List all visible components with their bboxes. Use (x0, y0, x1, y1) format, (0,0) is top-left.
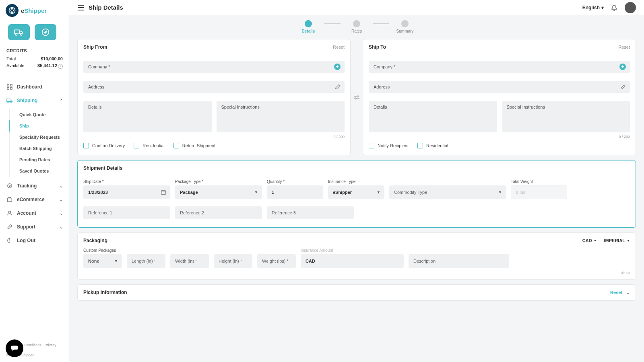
page-title: Ship Details (89, 4, 123, 11)
packaging-card: Packaging CAD ▼ IMPERIAL ▼ Custom Packag… (77, 232, 636, 280)
subnav-batch[interactable]: Batch Shipping (10, 143, 69, 154)
menu-icon[interactable] (77, 5, 85, 10)
bell-icon[interactable] (611, 4, 617, 11)
length-input[interactable]: Length (in) * (127, 254, 165, 268)
pickup-title: Pickup Information (83, 290, 127, 295)
caret-down-icon: ▼ (594, 239, 597, 243)
calendar-icon[interactable] (161, 189, 166, 195)
caret-down-icon: ▼ (254, 190, 258, 194)
custom-packages-select[interactable]: None▼ (83, 254, 122, 268)
wrench-icon (6, 224, 13, 230)
step-details[interactable]: Details (292, 20, 324, 33)
height-input[interactable]: Height (in) * (214, 254, 252, 268)
ship-to-instructions-input[interactable]: Special Instructions (502, 101, 630, 132)
svg-rect-9 (7, 99, 10, 101)
subnav-specialty[interactable]: Specialty Requests (10, 132, 69, 143)
ship-to-card: Ship To Reset Company * + Address (363, 39, 636, 155)
currency-select[interactable]: CAD ▼ (582, 238, 597, 243)
ship-from-details-input[interactable]: Details (83, 101, 212, 132)
caret-down-icon: ▾ (601, 5, 604, 10)
ship-to-title: Ship To (369, 44, 386, 50)
return-shipment-checkbox[interactable]: Return Shipment (173, 143, 216, 148)
language-selector[interactable]: English▾ (582, 5, 604, 10)
subnav-saved[interactable]: Saved Quotes (10, 165, 69, 177)
edit-icon[interactable] (620, 84, 626, 90)
sidebar-item-tracking[interactable]: Tracking ⌄ (0, 179, 69, 193)
svg-point-3 (21, 34, 22, 35)
avatar[interactable] (625, 2, 636, 13)
logo[interactable]: eShipper (0, 0, 69, 21)
reference-3-input[interactable]: Reference 3 (267, 206, 354, 219)
info-icon[interactable]: i (58, 64, 63, 69)
residential-to-checkbox[interactable]: Residential (417, 143, 448, 148)
sidebar-item-shipping[interactable]: Shipping ⌃ (0, 94, 69, 107)
notify-recipient-checkbox[interactable]: Notify Recipient (369, 143, 409, 148)
chevron-down-icon: ⌄ (60, 225, 63, 229)
description-counter: 0/150 (500, 271, 630, 275)
chevron-down-icon[interactable]: ⌄ (626, 290, 630, 295)
description-input[interactable]: Description (409, 254, 509, 268)
svg-rect-7 (7, 88, 9, 89)
reference-1-input[interactable]: Reference 1 (83, 206, 170, 219)
dashboard-icon (6, 84, 13, 90)
ship-to-address-input[interactable]: Address (369, 81, 630, 93)
chevron-down-icon: ⌄ (60, 211, 63, 216)
subnav-ship[interactable]: Ship (10, 120, 69, 132)
sidebar-item-account[interactable]: Account ⌄ (0, 206, 69, 220)
caret-down-icon: ▼ (498, 190, 502, 194)
sidebar-item-ecommerce[interactable]: eCommerce ⌄ (0, 193, 69, 206)
tile-ship-icon[interactable] (8, 24, 30, 40)
subnav-pending[interactable]: Pending Rates (10, 154, 69, 165)
ship-date-input[interactable]: 1/23/2023 (83, 185, 170, 199)
svg-point-12 (8, 184, 12, 188)
insurance-amount-input[interactable]: CAD (301, 254, 404, 268)
caret-down-icon: ▼ (627, 239, 630, 243)
sidebar-item-logout[interactable]: Log Out (0, 234, 69, 247)
truck-icon (6, 97, 13, 104)
svg-point-13 (9, 185, 10, 187)
ship-from-counter: 0 / 200 (83, 135, 345, 139)
quantity-input[interactable]: 1 (267, 185, 323, 199)
svg-rect-5 (7, 84, 9, 86)
ship-from-instructions-input[interactable]: Special Instructions (217, 101, 345, 132)
svg-rect-1 (14, 30, 20, 34)
sidebar-item-dashboard[interactable]: Dashboard (0, 80, 69, 94)
subnav-quick-quote[interactable]: Quick Quote (10, 109, 69, 120)
ship-from-reset[interactable]: Reset (333, 45, 345, 49)
ship-from-card: Ship From Reset Company * + Address (77, 39, 351, 155)
commodity-type-select[interactable]: Commodity Type▼ (389, 185, 506, 199)
step-summary[interactable]: Summary (389, 20, 421, 33)
svg-point-11 (10, 102, 11, 103)
edit-icon[interactable] (335, 84, 341, 90)
ship-to-company-input[interactable]: Company * + (369, 61, 630, 73)
chevron-up-icon: ⌃ (60, 99, 63, 103)
caret-down-icon: ▼ (377, 190, 380, 194)
logout-icon (6, 237, 13, 244)
units-select[interactable]: IMPERIAL ▼ (604, 238, 630, 243)
target-icon (6, 183, 13, 189)
ship-from-company-input[interactable]: Company * + (83, 61, 345, 73)
ship-from-address-input[interactable]: Address (83, 81, 345, 93)
insurance-type-select[interactable]: eShipper▼ (328, 185, 384, 199)
credits-section: CREDITS Total$10,000.00 Available$5,441.… (0, 46, 69, 74)
ship-to-reset[interactable]: Reset (618, 45, 630, 49)
sidebar-item-support[interactable]: Support ⌄ (0, 220, 69, 234)
step-rates[interactable]: Rates (341, 20, 373, 33)
weight-input[interactable]: Weight (lbs) * (257, 254, 296, 268)
total-weight-display: 0 lbs (511, 185, 567, 199)
tile-compass-icon[interactable] (35, 24, 56, 40)
confirm-delivery-checkbox[interactable]: Confirm Delivery (83, 143, 125, 148)
svg-rect-14 (8, 198, 12, 202)
package-type-select[interactable]: Package▼ (175, 185, 262, 199)
svg-point-0 (9, 8, 15, 14)
add-company-icon[interactable]: + (619, 64, 626, 70)
pickup-reset[interactable]: Reset (610, 290, 622, 295)
residential-from-checkbox[interactable]: Residential (134, 143, 164, 148)
chat-bubble-icon[interactable] (6, 339, 23, 357)
ship-to-details-input[interactable]: Details (369, 101, 497, 132)
stepper: Details Rates Summary (77, 20, 636, 33)
add-company-icon[interactable]: + (334, 64, 341, 70)
reference-2-input[interactable]: Reference 2 (175, 206, 262, 219)
width-input[interactable]: Width (in) * (170, 254, 209, 268)
swap-icon[interactable] (353, 95, 360, 100)
